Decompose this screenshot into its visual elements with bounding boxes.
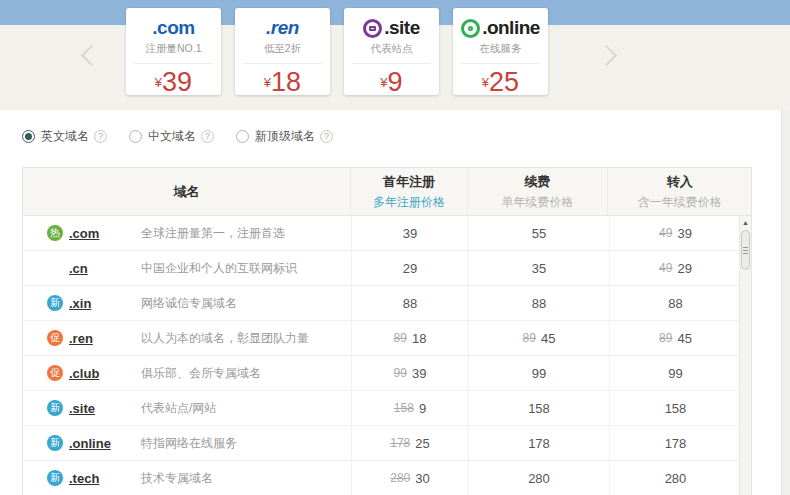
table-row: 新 .site 代表站点/网站 158 9 158 158 bbox=[23, 391, 751, 426]
tld-link[interactable]: .xin bbox=[69, 296, 141, 311]
filter-label: 中文域名 bbox=[148, 128, 196, 145]
tld-description: 全球注册量第一，注册首选 bbox=[141, 225, 285, 242]
table-row: 热 .com 全球注册量第一，注册首选 39 55 49 39 bbox=[23, 216, 751, 251]
table-row: 新 .online 特指网络在线服务 178 25 178 178 bbox=[23, 426, 751, 461]
domain-cell: 新 .site 代表站点/网站 bbox=[23, 391, 351, 425]
current-price: 88 bbox=[403, 296, 417, 311]
current-price: 35 bbox=[532, 261, 546, 276]
current-price: 88 bbox=[532, 296, 546, 311]
table-row: 促 .ren 以人为本的域名，彰显团队力量 89 18 89 45 89 45 bbox=[23, 321, 751, 356]
register-price-cell: 99 39 bbox=[351, 356, 468, 390]
current-price: 18 bbox=[412, 331, 426, 346]
old-price: 178 bbox=[390, 436, 410, 450]
renew-price-cell: 88 bbox=[468, 286, 609, 320]
transfer-price-cell: 158 bbox=[609, 391, 741, 425]
current-price: 280 bbox=[528, 471, 550, 486]
tld-badge: 新 bbox=[47, 400, 63, 416]
filter-label: 英文域名 bbox=[41, 128, 89, 145]
card-divider bbox=[243, 63, 322, 64]
current-price: 158 bbox=[665, 401, 687, 416]
current-price: 29 bbox=[403, 261, 417, 276]
multi-year-price-link[interactable]: 多年注册价格 bbox=[373, 194, 445, 211]
site-monitor-icon bbox=[363, 19, 382, 38]
register-price-cell: 29 bbox=[351, 251, 468, 285]
promo-card-com[interactable]: .com 注册量NO.1 ¥39 bbox=[126, 8, 221, 95]
transfer-price-cell: 280 bbox=[609, 461, 741, 495]
filter-option-chinese-domain[interactable]: 中文域名 ? bbox=[129, 128, 214, 145]
filter-option-english-domain[interactable]: 英文域名 ? bbox=[22, 128, 107, 145]
card-tagline: 低至2折 bbox=[235, 42, 330, 56]
tld-link[interactable]: .ren bbox=[69, 331, 141, 346]
tld-description: 中国企业和个人的互联网标识 bbox=[141, 260, 297, 277]
renew-price-cell: 99 bbox=[468, 356, 609, 390]
tld-link[interactable]: .online bbox=[69, 436, 141, 451]
tld-badge: 新 bbox=[47, 295, 63, 311]
online-globe-icon bbox=[461, 19, 480, 38]
table-header: 域名 首年注册 多年注册价格 续费 单年续费价格 转入 含一年续费价格 bbox=[23, 168, 751, 216]
renew-price-cell: 158 bbox=[468, 391, 609, 425]
tld-description: 特指网络在线服务 bbox=[141, 435, 237, 452]
old-price: 49 bbox=[659, 226, 672, 240]
card-tld: .online bbox=[453, 17, 548, 39]
price-value: 18 bbox=[271, 67, 301, 97]
current-price: 39 bbox=[412, 366, 426, 381]
scrollbar-up-icon[interactable]: ▲ bbox=[740, 216, 751, 230]
help-icon[interactable]: ? bbox=[94, 130, 107, 143]
promo-card-ren[interactable]: .ren 低至2折 ¥18 bbox=[235, 8, 330, 95]
domain-cell: 新 .tech 技术专属域名 bbox=[23, 461, 351, 495]
tld-link[interactable]: .tech bbox=[69, 471, 141, 486]
domain-cell: 新 .online 特指网络在线服务 bbox=[23, 426, 351, 460]
header-first-year-register: 首年注册 多年注册价格 bbox=[350, 168, 467, 215]
transfer-price-cell: 88 bbox=[609, 286, 741, 320]
promo-card-online[interactable]: .online 在线服务 ¥25 bbox=[453, 8, 548, 95]
renew-price-cell: 280 bbox=[468, 461, 609, 495]
card-tagline: 注册量NO.1 bbox=[126, 42, 221, 56]
radio-icon[interactable] bbox=[22, 130, 35, 143]
table-scrollbar[interactable]: ▲ bbox=[739, 216, 751, 495]
table-row: 新 .xin 网络诚信专属域名 88 88 88 bbox=[23, 286, 751, 321]
tld-description: 俱乐部、会所专属域名 bbox=[141, 365, 261, 382]
tld-description: 网络诚信专属域名 bbox=[141, 295, 237, 312]
register-price-cell: 89 18 bbox=[351, 321, 468, 355]
price-value: 25 bbox=[489, 67, 519, 97]
page-scrollbar-track[interactable] bbox=[781, 110, 790, 495]
scrollbar-thumb[interactable] bbox=[741, 230, 750, 270]
current-price: 29 bbox=[677, 261, 691, 276]
domain-cell: 促 .ren 以人为本的域名，彰显团队力量 bbox=[23, 321, 351, 355]
tld-description: 以人为本的域名，彰显团队力量 bbox=[141, 330, 309, 347]
tld-badge: 新 bbox=[47, 435, 63, 451]
card-price: ¥39 bbox=[126, 67, 221, 98]
radio-icon[interactable] bbox=[236, 130, 249, 143]
tld-link[interactable]: .com bbox=[69, 226, 141, 241]
current-price: 99 bbox=[532, 366, 546, 381]
tld-link[interactable]: .club bbox=[69, 366, 141, 381]
old-price: 280 bbox=[390, 471, 410, 485]
transfer-price-cell: 99 bbox=[609, 356, 741, 390]
help-icon[interactable]: ? bbox=[201, 130, 214, 143]
domain-price-table: 域名 首年注册 多年注册价格 续费 单年续费价格 转入 含一年续费价格 热 .c… bbox=[22, 167, 752, 495]
promo-card-site[interactable]: .site 代表站点 ¥9 bbox=[344, 8, 439, 95]
current-price: 178 bbox=[665, 436, 687, 451]
transfer-price-cell: 178 bbox=[609, 426, 741, 460]
current-price: 55 bbox=[532, 226, 546, 241]
tld-badge: 热 bbox=[47, 225, 63, 241]
radio-icon[interactable] bbox=[129, 130, 142, 143]
tld-link[interactable]: .site bbox=[69, 401, 141, 416]
card-divider bbox=[461, 63, 540, 64]
domain-type-filters: 英文域名 ? 中文域名 ? 新顶级域名 ? bbox=[22, 128, 790, 145]
current-price: 45 bbox=[541, 331, 555, 346]
current-price: 39 bbox=[403, 226, 417, 241]
current-price: 45 bbox=[677, 331, 691, 346]
card-tld: .ren bbox=[235, 17, 330, 39]
transfer-price-cell: 49 39 bbox=[609, 216, 741, 250]
help-icon[interactable]: ? bbox=[320, 130, 333, 143]
current-price: 99 bbox=[668, 366, 682, 381]
current-price: 30 bbox=[415, 471, 429, 486]
transfer-price-cell: 49 29 bbox=[609, 251, 741, 285]
tld-badge: 促 bbox=[47, 365, 63, 381]
card-price: ¥9 bbox=[344, 67, 439, 98]
tld-badge: 促 bbox=[47, 330, 63, 346]
filter-option-new-tld[interactable]: 新顶级域名 ? bbox=[236, 128, 333, 145]
tld-link[interactable]: .cn bbox=[69, 261, 141, 276]
tld-description: 技术专属域名 bbox=[141, 470, 213, 487]
